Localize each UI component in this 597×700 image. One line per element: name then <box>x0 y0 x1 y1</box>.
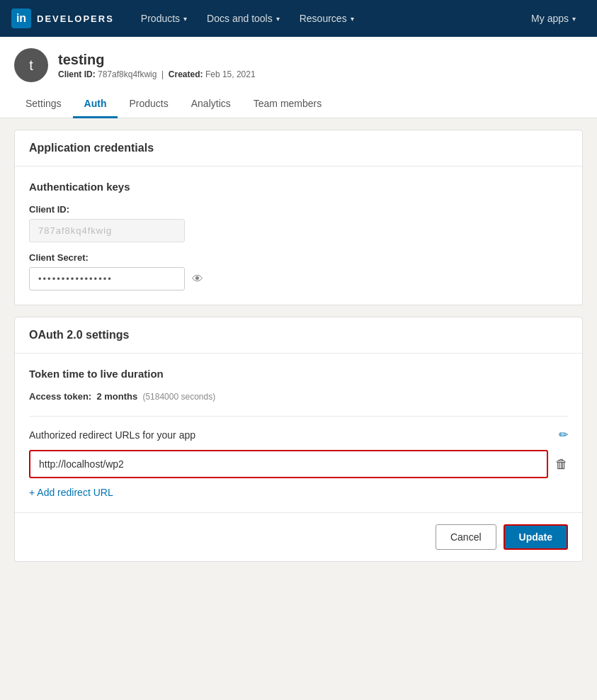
tab-auth[interactable]: Auth <box>73 91 118 118</box>
tab-analytics[interactable]: Analytics <box>180 91 242 118</box>
app-name: testing <box>58 52 256 68</box>
brand-text: DEVELOPERS <box>37 13 114 24</box>
main-content: Application credentials Authentication k… <box>0 118 597 573</box>
tab-products[interactable]: Products <box>118 91 179 118</box>
nav-resources[interactable]: Resources ▾ <box>290 0 364 37</box>
client-id-label: Client ID: <box>29 204 568 215</box>
redirect-section-title: Authorized redirect URLs for your app <box>29 429 195 441</box>
access-token-info: Access token: 2 months (5184000 seconds) <box>29 391 568 402</box>
client-secret-label: Client Secret: <box>29 252 568 263</box>
credentials-card-header: Application credentials <box>15 130 582 166</box>
created-label: Created: <box>169 69 203 79</box>
client-id-value: 787af8kq4fkwig <box>29 219 185 242</box>
brand[interactable]: in DEVELOPERS <box>11 9 114 28</box>
credentials-card-body: Authentication keys Client ID: 787af8kq4… <box>15 166 582 305</box>
redirect-header: Authorized redirect URLs for your app ✏ <box>29 428 568 441</box>
app-details: testing Client ID: 787af8kq4fkwig | Crea… <box>58 52 256 79</box>
edit-icon[interactable]: ✏ <box>559 428 568 441</box>
client-id-meta-label: Client ID: <box>58 69 96 79</box>
navbar: in DEVELOPERS Products ▾ Docs and tools … <box>0 0 597 37</box>
nav-my-apps[interactable]: My apps ▾ <box>521 0 586 37</box>
oauth-card-body: Token time to live duration Access token… <box>15 354 582 512</box>
client-id-meta-value: 787af8kq4fkwig <box>98 69 157 79</box>
app-info: t testing Client ID: 787af8kq4fkwig | Cr… <box>14 48 583 82</box>
token-ttl-title: Token time to live duration <box>29 368 568 380</box>
toggle-secret-icon[interactable]: 👁 <box>192 273 203 286</box>
token-section: Token time to live duration Access token… <box>29 368 568 402</box>
nav-docs-label: Docs and tools <box>207 13 273 24</box>
access-token-value: 2 months <box>96 391 137 402</box>
tabs: Settings Auth Products Analytics Team me… <box>14 91 583 118</box>
tab-settings[interactable]: Settings <box>14 91 73 118</box>
auth-keys-title: Authentication keys <box>29 181 568 193</box>
nav-resources-label: Resources <box>300 13 347 24</box>
credentials-card: Application credentials Authentication k… <box>14 130 583 305</box>
created-value: Feb 15, 2021 <box>205 69 256 79</box>
oauth-card-header: OAuth 2.0 settings <box>15 317 582 354</box>
chevron-down-icon: ▾ <box>351 15 354 23</box>
client-secret-row: •••••••••••••••• 👁 <box>29 267 568 290</box>
linkedin-logo-icon: in <box>11 9 31 28</box>
redirect-url-input[interactable] <box>29 450 548 478</box>
card-footer: Cancel Update <box>15 512 582 561</box>
app-meta: Client ID: 787af8kq4fkwig | Created: Feb… <box>58 69 256 79</box>
nav-products-label: Products <box>141 13 180 24</box>
app-header: t testing Client ID: 787af8kq4fkwig | Cr… <box>0 37 597 118</box>
nav-products[interactable]: Products ▾ <box>131 0 197 37</box>
divider <box>29 416 568 417</box>
add-redirect-button[interactable]: + Add redirect URL <box>29 487 568 498</box>
nav-docs-and-tools[interactable]: Docs and tools ▾ <box>197 0 290 37</box>
cancel-button[interactable]: Cancel <box>436 524 496 550</box>
oauth-card: OAuth 2.0 settings Token time to live du… <box>14 317 583 562</box>
access-token-label: Access token: <box>29 391 91 402</box>
tab-team-members[interactable]: Team members <box>242 91 333 118</box>
add-redirect-label: + Add redirect URL <box>29 487 113 498</box>
avatar: t <box>14 48 48 82</box>
delete-redirect-icon[interactable]: 🗑 <box>555 457 568 472</box>
chevron-down-icon: ▾ <box>276 15 280 23</box>
chevron-down-icon: ▾ <box>572 15 576 23</box>
update-button[interactable]: Update <box>504 524 568 550</box>
redirect-row: 🗑 <box>29 450 568 478</box>
client-secret-value: •••••••••••••••• <box>29 267 185 290</box>
nav-my-apps-label: My apps <box>531 13 569 24</box>
chevron-down-icon: ▾ <box>183 15 187 23</box>
access-token-seconds: (5184000 seconds) <box>142 392 215 402</box>
